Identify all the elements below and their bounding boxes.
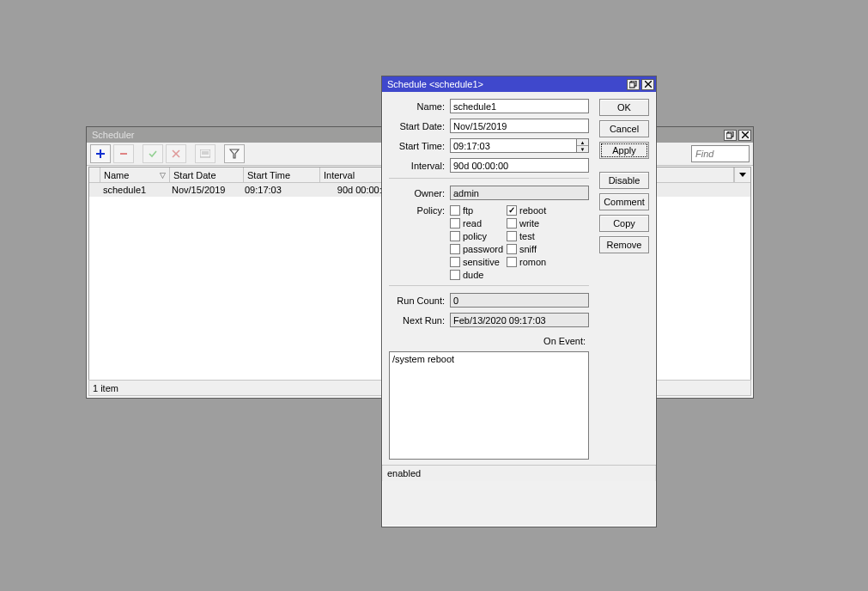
policy-test[interactable]: test: [507, 231, 546, 241]
enable-button[interactable]: [143, 144, 163, 163]
copy-button[interactable]: Copy: [599, 215, 649, 232]
checkbox-icon: [450, 218, 460, 228]
disable-button[interactable]: Disable: [599, 172, 649, 189]
cell-starttime: 09:17:03: [241, 183, 317, 197]
checkbox-icon: [450, 257, 460, 267]
svg-marker-12: [230, 149, 239, 158]
restore-button[interactable]: [627, 79, 640, 90]
nextrun-field: [450, 313, 589, 327]
apply-button[interactable]: Apply: [599, 142, 649, 159]
runcount-field: [450, 293, 589, 308]
startdate-field[interactable]: [450, 119, 589, 133]
ok-button[interactable]: OK: [599, 99, 649, 116]
cell-name: schedule1: [100, 183, 168, 197]
policy-label: test: [519, 231, 535, 241]
policy-romon[interactable]: romon: [507, 257, 546, 267]
policy-sniff[interactable]: sniff: [507, 244, 546, 254]
onevent-textarea[interactable]: [389, 351, 589, 460]
cancel-button[interactable]: Cancel: [599, 120, 649, 137]
policy-policy[interactable]: policy: [450, 231, 507, 241]
policy-label: romon: [519, 257, 546, 267]
policy-ftp[interactable]: ftp: [450, 205, 507, 216]
checkbox-icon: [450, 205, 460, 216]
col-startdate: Start Date: [170, 168, 244, 182]
interval-field[interactable]: [450, 158, 589, 173]
policy-label: password: [463, 244, 503, 254]
label-nextrun: Next Run:: [389, 315, 445, 326]
close-button[interactable]: [738, 130, 751, 141]
svg-rect-1: [726, 133, 731, 138]
col-name: Name▽: [100, 168, 170, 182]
label-onevent: On Event:: [389, 336, 589, 350]
name-field[interactable]: [450, 99, 589, 113]
svg-rect-15: [629, 82, 634, 88]
detail-statusbar: enabled: [382, 465, 656, 481]
disable-button[interactable]: [166, 144, 186, 163]
checkbox-icon: [507, 244, 517, 254]
svg-marker-13: [739, 173, 746, 177]
checkbox-icon: [450, 231, 460, 241]
label-startdate: Start Date:: [389, 121, 445, 131]
policy-label: dude: [463, 270, 483, 280]
starttime-field[interactable]: [450, 138, 577, 153]
detail-titlebar[interactable]: Schedule <schedule1>: [382, 76, 656, 92]
checkbox-icon: [450, 270, 460, 280]
detail-buttons: OK Cancel Apply Disable Comment Copy Rem…: [599, 99, 649, 253]
find-input[interactable]: [691, 145, 750, 162]
policy-read[interactable]: read: [450, 218, 507, 228]
policy-password[interactable]: password: [450, 244, 507, 254]
label-runcount: Run Count:: [389, 296, 445, 306]
label-name: Name:: [389, 101, 445, 112]
checkbox-icon: [507, 205, 517, 216]
add-button[interactable]: [90, 144, 111, 163]
label-owner: Owner:: [389, 188, 445, 198]
checkbox-icon: [507, 218, 517, 228]
policy-label: reboot: [519, 205, 546, 216]
label-starttime: Start Time:: [389, 141, 445, 151]
policy-label: sniff: [519, 244, 537, 254]
checkbox-icon: [450, 244, 460, 254]
schedule-detail-window: Schedule <schedule1> OK Cancel Apply Dis…: [381, 76, 657, 527]
remove-button[interactable]: Remove: [599, 236, 649, 253]
label-policy: Policy:: [389, 205, 445, 216]
policy-write[interactable]: write: [507, 218, 546, 228]
comment-button[interactable]: Comment: [599, 193, 649, 210]
starttime-spinner[interactable]: ▲▼: [577, 138, 589, 153]
columns-menu-button[interactable]: [734, 168, 750, 182]
remove-button[interactable]: [113, 144, 134, 163]
restore-button[interactable]: [724, 130, 737, 141]
policy-label: read: [463, 218, 482, 228]
owner-field: [450, 186, 589, 200]
policy-label: write: [519, 218, 539, 228]
policy-sensitive[interactable]: sensitive: [450, 257, 507, 267]
policy-label: sensitive: [463, 257, 500, 267]
policy-label: ftp: [463, 205, 473, 216]
detail-title: Schedule <schedule1>: [387, 76, 627, 92]
policy-dude[interactable]: dude: [450, 270, 507, 280]
filter-button[interactable]: [224, 144, 245, 163]
checkbox-icon: [507, 257, 517, 267]
cell-startdate: Nov/15/2019: [168, 183, 241, 197]
checkbox-icon: [507, 231, 517, 241]
close-button[interactable]: [641, 79, 654, 90]
col-starttime: Start Time: [244, 168, 320, 182]
label-interval: Interval:: [389, 161, 445, 171]
policy-reboot[interactable]: reboot: [507, 205, 546, 216]
policy-label: policy: [463, 231, 487, 241]
comment-button[interactable]: [195, 144, 215, 163]
